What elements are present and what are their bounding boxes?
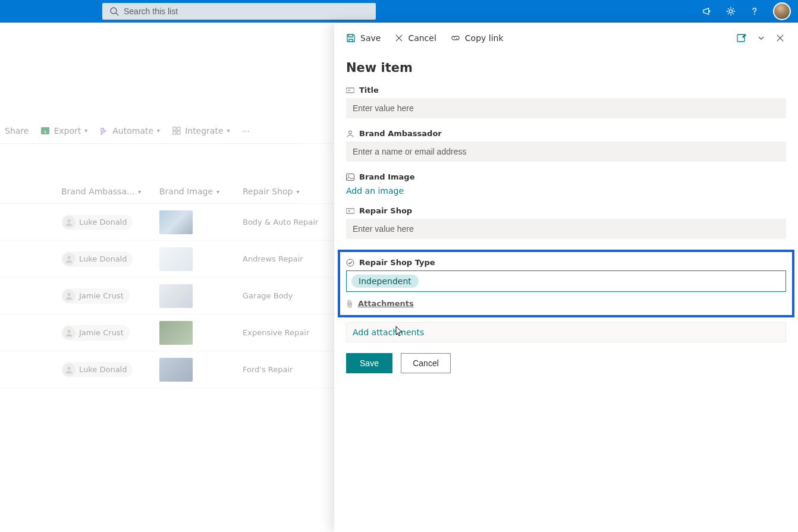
form-buttons: Save Cancel xyxy=(346,353,786,373)
new-item-panel: Save Cancel Copy link xyxy=(334,23,798,532)
repair-text: Andrews Repair xyxy=(243,254,338,263)
export-button[interactable]: x Export ▾ xyxy=(40,126,87,136)
svg-rect-8 xyxy=(177,131,180,134)
svg-point-10 xyxy=(67,256,70,259)
integrate-icon xyxy=(172,126,181,136)
person-name: Luke Donald xyxy=(79,218,127,226)
svg-point-13 xyxy=(67,366,70,369)
help-icon[interactable] xyxy=(749,6,760,17)
panel-body: New item Title Brand Ambassador xyxy=(334,53,798,385)
thumbnail xyxy=(159,321,193,345)
svg-point-12 xyxy=(67,329,70,332)
cancel-button[interactable]: Cancel xyxy=(401,353,451,373)
panel-close-button[interactable] xyxy=(775,33,785,43)
repairtype-input[interactable]: Independent xyxy=(346,270,786,292)
panel-copylink-label: Copy link xyxy=(465,33,504,43)
avatar[interactable] xyxy=(773,2,791,20)
person-icon xyxy=(62,326,76,339)
add-image-link[interactable]: Add an image xyxy=(346,186,404,196)
field-repairtype: Repair Shop Type Independent xyxy=(346,258,786,292)
field-label-text: Attachments xyxy=(358,299,414,308)
person-pill: Luke Donald xyxy=(61,215,133,230)
attachment-icon xyxy=(346,300,353,308)
search-icon xyxy=(109,7,119,16)
choice-chip[interactable]: Independent xyxy=(351,275,419,288)
panel-cancel-action[interactable]: Cancel xyxy=(395,33,436,43)
search-input[interactable] xyxy=(124,7,369,16)
field-ambassador: Brand Ambassador xyxy=(346,129,786,162)
person-name: Luke Donald xyxy=(79,254,127,263)
person-pill: Jamie Crust xyxy=(61,325,130,341)
person-icon xyxy=(62,289,76,303)
ambassador-input[interactable] xyxy=(346,141,786,162)
thumbnail xyxy=(159,358,193,382)
svg-point-9 xyxy=(67,219,70,222)
automate-label: Automate xyxy=(112,126,153,136)
field-label-text: Brand Image xyxy=(359,172,414,181)
thumbnail xyxy=(159,210,193,234)
panel-save-label: Save xyxy=(360,33,381,43)
export-label: Export xyxy=(54,126,81,136)
field-brandimage: Brand Image Add an image xyxy=(346,172,786,196)
field-label-text: Title xyxy=(359,86,379,95)
more-button[interactable]: ⋯ xyxy=(242,126,250,136)
excel-icon: x xyxy=(40,126,50,136)
thumbnail xyxy=(159,284,193,308)
field-title: Title xyxy=(346,86,786,118)
repair-text: Expensive Repair xyxy=(243,328,338,337)
person-pill: Jamie Crust xyxy=(61,288,130,304)
edit-form-icon[interactable] xyxy=(736,33,747,43)
svg-rect-5 xyxy=(173,127,176,130)
col-header-repair[interactable]: Repair Shop ▾ xyxy=(243,187,338,196)
chevron-down-icon: ▾ xyxy=(297,188,300,195)
save-button[interactable]: Save xyxy=(346,353,392,373)
svg-point-19 xyxy=(348,175,349,177)
automate-button[interactable]: Automate ▾ xyxy=(99,126,160,136)
col-header-image[interactable]: Brand Image ▾ xyxy=(159,187,243,196)
svg-line-1 xyxy=(116,13,118,15)
col-header-label: Brand Image xyxy=(159,187,213,196)
repair-text: Body & Auto Repair xyxy=(243,218,338,226)
col-header-ambassador[interactable]: Brand Ambassa... ▾ xyxy=(61,187,159,196)
col-header-label: Brand Ambassa... xyxy=(61,187,134,196)
add-attachments-link[interactable]: Add attachments xyxy=(353,328,424,337)
svg-rect-7 xyxy=(173,131,176,134)
chevron-down-icon[interactable] xyxy=(758,34,765,42)
panel-save-action[interactable]: Save xyxy=(346,33,381,43)
megaphone-icon[interactable] xyxy=(702,6,712,17)
repairshop-input[interactable] xyxy=(346,219,786,239)
person-icon xyxy=(62,253,76,266)
person-name: Luke Donald xyxy=(79,365,127,374)
gear-icon[interactable] xyxy=(725,6,736,17)
person-icon xyxy=(62,216,76,229)
svg-point-0 xyxy=(111,8,117,14)
repair-text: Garage Body xyxy=(243,291,338,300)
integrate-button[interactable]: Integrate ▾ xyxy=(172,126,230,136)
chevron-down-icon: ▾ xyxy=(216,188,219,195)
svg-rect-18 xyxy=(347,174,354,180)
save-icon xyxy=(346,33,356,43)
person-icon xyxy=(346,130,354,138)
repair-text: Ford's Repair xyxy=(243,365,338,374)
search-box[interactable] xyxy=(102,3,376,20)
field-label-text: Brand Ambassador xyxy=(359,129,442,138)
panel-header: Save Cancel Copy link xyxy=(334,23,798,53)
thumbnail xyxy=(159,247,193,271)
svg-point-17 xyxy=(349,131,352,134)
share-button[interactable]: Share xyxy=(5,126,29,136)
person-pill: Luke Donald xyxy=(61,362,133,377)
panel-copylink-action[interactable]: Copy link xyxy=(451,33,504,43)
field-attachments-label: Attachments xyxy=(346,299,786,308)
svg-point-11 xyxy=(67,292,70,295)
attachments-input[interactable]: Add attachments xyxy=(346,322,786,342)
person-name: Jamie Crust xyxy=(79,328,124,337)
share-label: Share xyxy=(5,126,29,136)
title-input[interactable] xyxy=(346,98,786,118)
choice-icon xyxy=(346,259,354,267)
close-icon xyxy=(395,34,403,42)
person-pill: Luke Donald xyxy=(61,251,133,267)
person-name: Jamie Crust xyxy=(79,291,124,300)
svg-point-22 xyxy=(347,259,354,266)
suite-header-right xyxy=(702,0,791,23)
chevron-down-icon: ▾ xyxy=(138,188,141,195)
